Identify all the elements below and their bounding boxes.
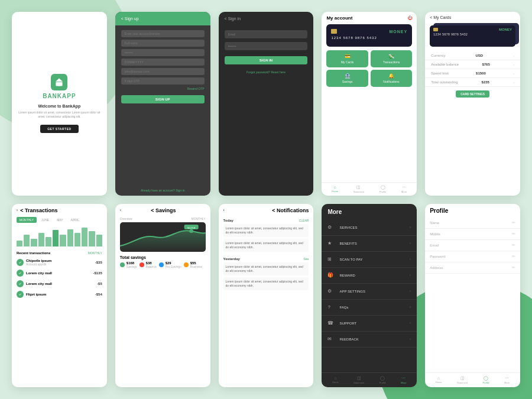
savings-button[interactable]: 🏦 Savings xyxy=(326,70,368,87)
tab-overview[interactable]: Overview xyxy=(120,217,132,220)
arrow-icon: › xyxy=(410,337,411,341)
signup-form: Resend OTP SIGN UP xyxy=(115,25,210,185)
nav-statement[interactable]: ◫ Statement xyxy=(457,376,468,384)
chart-bar xyxy=(46,237,51,246)
reward-icon: 🎁 xyxy=(327,271,336,280)
reset-link[interactable]: Reset here xyxy=(271,70,285,74)
signin-back[interactable]: < Sign in xyxy=(225,17,308,21)
signin-button[interactable]: SIGN IN xyxy=(225,56,308,64)
myaccount-header: My account ⏻ xyxy=(322,12,417,24)
forgot-password: Forgot password? Reset here xyxy=(225,70,308,74)
more-header: More xyxy=(322,204,417,220)
yesterday-section: Yesterday See Lorem ipsum dolor sit amet… xyxy=(219,255,314,294)
chart-bar xyxy=(17,241,22,246)
brand-bank: BANK xyxy=(43,93,62,99)
get-started-button[interactable]: GET STARTED xyxy=(40,125,78,133)
signup-footer-text: Already have an account? Sign in xyxy=(141,189,185,192)
chevron-icon: › xyxy=(513,80,514,84)
nav-more[interactable]: ⋯ More xyxy=(401,376,406,384)
notifications-button[interactable]: 🔔 Notifications xyxy=(371,70,412,87)
clear-today-button[interactable]: CLEAR xyxy=(299,219,309,222)
notifications-title: < Notifications xyxy=(272,207,309,213)
account-nav: ⌂ Home ◫ Statement ◯ Profile ⋯ More xyxy=(322,182,417,196)
power-icon[interactable]: ⏻ xyxy=(407,15,412,21)
signup-email-input[interactable] xyxy=(121,68,205,75)
signup-password-input[interactable] xyxy=(121,49,205,56)
edit-icon[interactable]: ✏ xyxy=(512,220,515,225)
chevron-icon: › xyxy=(513,72,514,75)
signup-otp-input[interactable] xyxy=(121,77,205,85)
currency-row: Currency USD › xyxy=(425,51,520,60)
signup-button[interactable]: SIGN UP xyxy=(121,95,205,103)
resend-otp-link[interactable]: Resend OTP xyxy=(187,87,205,90)
name-field: Name ✏ xyxy=(425,218,520,229)
chevron-icon: › xyxy=(513,54,514,57)
signin-email-input[interactable] xyxy=(225,30,308,38)
signup-account-input[interactable] xyxy=(121,30,205,37)
tab-april[interactable]: APRIL xyxy=(68,217,82,223)
mycards-button[interactable]: 💳 My Cards xyxy=(326,50,368,67)
transactions-button[interactable]: 💸 Transactions xyxy=(371,50,412,67)
edit-icon[interactable]: ✏ xyxy=(512,254,515,259)
menu-reward[interactable]: 🎁 REWARD › xyxy=(322,268,417,284)
bankapp-brand: BANKAPP xyxy=(43,93,76,99)
nav-profile[interactable]: ◯ Profile xyxy=(379,376,386,384)
bankapp-logo xyxy=(51,74,67,90)
tab-june[interactable]: JUNE xyxy=(38,217,52,223)
support-icon: ☎ xyxy=(327,319,336,327)
more-title: More xyxy=(327,209,411,215)
tab-monthly[interactable]: MONTHLY xyxy=(192,217,206,220)
nav-profile[interactable]: ◯ Profile xyxy=(379,185,386,193)
savings-chart: $1768 xyxy=(120,222,206,252)
nav-more[interactable]: ⋯ More xyxy=(401,185,407,193)
signup-fullname-input[interactable] xyxy=(121,40,205,47)
chart-bar xyxy=(38,233,44,246)
mycards-back[interactable]: < My Cards xyxy=(430,15,515,20)
menu-scan-to-pay[interactable]: ⊞ SCAN TO PAY › xyxy=(322,252,417,268)
signin-link[interactable]: Sign in xyxy=(176,189,184,192)
see-yesterday-button[interactable]: See xyxy=(303,257,309,261)
menu-services[interactable]: ⚙ SERVICES › xyxy=(322,220,417,236)
card-icon: 💳 xyxy=(345,54,351,59)
menu-app-settings[interactable]: ⚙ APP SETTINGS › xyxy=(322,284,417,300)
today-section: Today CLEAR Lorem ipsum dolor sit amet, … xyxy=(219,217,314,255)
menu-faqs[interactable]: ? FAQs › xyxy=(322,300,417,316)
menu-benefits[interactable]: ★ BENEFITS › xyxy=(322,236,417,252)
notification-item: Lorem ipsum dolor sit amet, consectetur … xyxy=(223,277,309,290)
address-field: Address ✏ xyxy=(425,262,520,274)
menu-support[interactable]: ☎ SUPPORT › xyxy=(322,316,417,332)
more-icon: ⋯ xyxy=(402,185,406,190)
nav-home[interactable]: ⌂ Home xyxy=(332,185,338,193)
signup-dob-input[interactable] xyxy=(121,59,205,66)
signin-password-input[interactable] xyxy=(225,42,308,50)
email-field: Email ✏ xyxy=(425,240,520,251)
svg-text:$1768: $1768 xyxy=(187,226,196,229)
nav-profile[interactable]: ◯ Profile xyxy=(482,376,489,384)
menu-feedback[interactable]: ✉ FEEDBACK › xyxy=(322,332,417,348)
arrow-icon: › xyxy=(410,273,411,277)
signin-form: SIGN IN Forgot password? Reset here xyxy=(219,25,314,196)
nav-home[interactable]: ⌂ Home xyxy=(332,376,339,384)
tab-monthly[interactable]: MONTHLY xyxy=(17,217,37,223)
nav-statement[interactable]: ◫ Statement xyxy=(353,185,364,193)
chart-bar xyxy=(96,235,102,246)
chevron-icon: › xyxy=(513,63,514,66)
edit-icon[interactable]: ✏ xyxy=(512,232,515,236)
signup-back[interactable]: < Sign up xyxy=(121,17,205,21)
benefits-icon: ★ xyxy=(327,239,336,248)
nav-statement[interactable]: ◫ Statement xyxy=(353,376,364,384)
tab-may[interactable]: MAY xyxy=(54,217,66,223)
home-icon: ⌂ xyxy=(334,376,336,380)
edit-icon[interactable]: ✏ xyxy=(512,265,515,270)
edit-icon[interactable]: ✏ xyxy=(512,243,515,248)
nav-home[interactable]: ⌂ Home xyxy=(436,376,442,384)
card-settings-button[interactable]: CARD SETTINGS xyxy=(456,90,489,98)
saving-item: $168Savings xyxy=(120,261,137,268)
savings-icon: 🏦 xyxy=(345,73,351,79)
transactions-title: < Transactions xyxy=(20,207,57,213)
scan-icon: ⊞ xyxy=(327,255,336,264)
notification-item: Lorem ipsum dolor sit amet, consectetur … xyxy=(223,262,309,275)
nav-more[interactable]: ⋯ More xyxy=(504,376,510,384)
screen-signin: < Sign in SIGN IN Forgot password? Reset… xyxy=(219,12,314,196)
arrow-icon: › xyxy=(410,305,411,309)
